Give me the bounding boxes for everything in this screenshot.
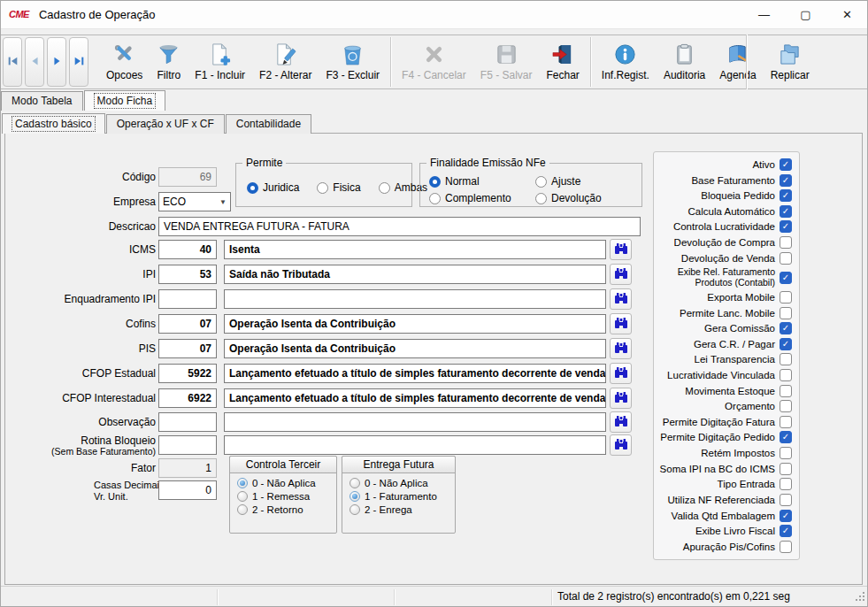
rotina-bloqueio-description-field[interactable] — [224, 435, 606, 455]
observa-o-code-field[interactable] — [158, 412, 217, 432]
toolbar-button-label: F1 - Incluir — [195, 69, 245, 81]
rotina-bloqueio-search-button[interactable] — [610, 434, 632, 456]
checkbox-exporta-mobile[interactable]: Exporta Mobile — [657, 291, 792, 304]
radio-icon — [237, 478, 248, 488]
tab-modo-ficha[interactable]: Modo Ficha — [84, 90, 166, 111]
enquadramento-ipi-description-field[interactable] — [224, 289, 606, 309]
checkbox-bloqueia-pedido[interactable]: Bloqueia Pedido✓ — [657, 189, 792, 202]
cfop-interestadual-description-field[interactable]: Lançamento efetuado a título de simples … — [224, 388, 606, 408]
radio-permite-fisica[interactable]: Fisica — [317, 181, 360, 194]
checkbox-permite-lanc-mobile[interactable]: Permite Lanc. Mobile — [657, 307, 792, 319]
checkbox-ativo[interactable]: Ativo✓ — [657, 158, 792, 171]
cofins-description-field[interactable]: Operação Isenta da Contribuição — [224, 314, 606, 334]
rotina-bloqueio-code-field[interactable] — [158, 435, 217, 455]
cfop-estadual-code-field[interactable]: 5922 — [158, 364, 217, 383]
toolbar-button-inf-regist[interactable]: Inf.Regist. — [595, 36, 657, 88]
checkbox-lucratividade-vinculada[interactable]: Lucratividade Vinculada — [657, 369, 792, 381]
nav-last-button[interactable] — [69, 37, 88, 87]
tab-label: Operação x UF x CF — [117, 118, 214, 130]
tab-modo-tabela[interactable]: Modo Tabela — [1, 91, 83, 111]
checkbox-ret-m-impostos[interactable]: Retém Impostos — [657, 447, 792, 459]
nav-previous-button[interactable] — [25, 37, 44, 87]
radio-entrega-futura-1-faturamento[interactable]: 1 - Faturamento — [342, 490, 455, 503]
info-icon — [613, 42, 637, 66]
toolbar-button-agenda[interactable]: Agenda — [712, 36, 763, 88]
toolbar-button-auditoria[interactable]: Auditoria — [657, 36, 712, 88]
checkbox-devolu-o-de-compra[interactable]: Devolução de Compra — [657, 236, 792, 249]
toolbar-button-opcoes[interactable]: Opcoes — [99, 36, 150, 88]
pis-code-field[interactable]: 07 — [158, 339, 217, 358]
toolbar-button-fechar[interactable]: Fechar — [539, 36, 586, 88]
fator-field: 1 — [158, 458, 217, 478]
nav-next-button[interactable] — [47, 37, 66, 87]
cofins-code-field[interactable]: 07 — [158, 314, 217, 334]
tab-opera-o-x-uf-x-cf[interactable]: Operação x UF x CF — [106, 114, 225, 134]
tab-cadastro-b-sico[interactable]: Cadastro básico — [2, 113, 105, 134]
empresa-select[interactable]: ECO ▼ — [158, 192, 231, 211]
ipi-search-button[interactable] — [610, 264, 632, 285]
close-button[interactable]: ✕ — [826, 0, 868, 28]
radio-entrega-futura-2-enrega[interactable]: 2 - Enrega — [342, 503, 455, 517]
checkbox-or-amento[interactable]: Orçamento — [657, 400, 792, 412]
checkbox-soma-ipi-na-bc-do-icms[interactable]: Soma IPI na BC do ICMS — [657, 463, 792, 475]
checkbox-exibe-rel-faturamento-produtos-contabil[interactable]: Exibe Rel. FaturamentoProdutos (Contabil… — [657, 267, 792, 288]
radio-permite-juridica[interactable]: Juridica — [247, 181, 299, 194]
checkbox-movimenta-estoque[interactable]: Movimenta Estoque — [657, 385, 792, 397]
checkbox-gera-c-r-pagar[interactable]: Gera C.R. / Pagar✓ — [657, 338, 792, 350]
radio-finalidade-devolu-o[interactable]: Devolução — [535, 192, 633, 204]
checkbox-valida-qtd-embalagem[interactable]: Valida Qtd Embalagem✓ — [657, 510, 792, 522]
radio-finalidade-normal[interactable]: Normal — [429, 175, 535, 188]
radio-controla-terceiro-0-n-o-aplica[interactable]: 0 - Não Aplica — [230, 477, 336, 490]
checkbox-controla-lucratividade[interactable]: Controla Lucratividade✓ — [657, 220, 792, 233]
checkbox-permite-digita-o-pedido[interactable]: Permite Digitação Pedido✓ — [657, 431, 792, 443]
nav-first-button[interactable] — [3, 37, 22, 87]
folders-icon — [778, 42, 802, 66]
radio-entrega-futura-0-n-o-aplica[interactable]: 0 - Não Aplica — [342, 477, 455, 490]
checkbox-tipo-entrada[interactable]: Tipo Entrada — [657, 478, 792, 490]
toolbar-button-filtro[interactable]: Filtro — [150, 36, 188, 88]
checkbox-calcula-autom-tico[interactable]: Calcula Automático✓ — [657, 205, 792, 218]
icms-search-button[interactable] — [610, 239, 632, 260]
enquadramento-ipi-code-field[interactable] — [158, 289, 217, 309]
checkbox-devolu-o-de-venda[interactable]: Devolução de Venda — [657, 252, 792, 265]
checkbox-gera-comiss-o[interactable]: Gera Comissão✓ — [657, 322, 792, 334]
checkbox-exibe-livro-fiscal[interactable]: Exibe Livro Fiscal✓ — [657, 525, 792, 537]
radio-finalidade-complemento[interactable]: Complemento — [429, 192, 535, 204]
resize-grip-icon[interactable] — [855, 591, 866, 605]
checkbox-lei-transparencia[interactable]: Lei Transparencia — [657, 353, 792, 365]
radio-finalidade-ajuste[interactable]: Ajuste — [535, 175, 633, 188]
observa-o-description-field[interactable] — [224, 412, 606, 432]
enquadramento-ipi-search-button[interactable] — [610, 288, 632, 310]
checkbox-utiliza-nf-referenciada[interactable]: Utiliza NF Referenciada — [657, 494, 792, 506]
casas-decimais-field[interactable]: 0 — [158, 480, 217, 500]
maximize-button[interactable]: ▢ — [785, 0, 826, 28]
cofins-search-button[interactable] — [610, 313, 632, 334]
radio-controla-terceiro-1-remessa[interactable]: 1 - Remessa — [230, 490, 336, 503]
checkbox-permite-digita-o-fatura[interactable]: Permite Digitação Fatura — [657, 416, 792, 428]
cfop-interestadual-search-button[interactable] — [610, 388, 632, 409]
observa-o-search-button[interactable] — [610, 411, 632, 433]
checkbox-base-faturamento[interactable]: Base Faturamento✓ — [657, 174, 792, 187]
binoculars-icon — [614, 242, 628, 258]
tab-contabilidade[interactable]: Contabilidade — [226, 114, 311, 134]
toolbar-button-f2-alterar[interactable]: F2 - Alterar — [252, 36, 319, 88]
cfop-estadual-description-field[interactable]: Lançamento efetuado a título de simples … — [224, 364, 606, 383]
toolbar-button-replicar[interactable]: Replicar — [764, 36, 817, 88]
cfop-estadual-search-button[interactable] — [610, 363, 632, 384]
icms-code-field[interactable]: 40 — [158, 240, 217, 259]
minimize-button[interactable]: — — [743, 0, 785, 28]
pis-search-button[interactable] — [610, 338, 632, 359]
statusbar-separator — [551, 589, 552, 605]
toolbar-button-f3-excluir[interactable]: F3 - Excluir — [319, 36, 387, 88]
ipi-description-field[interactable]: Saída não Tributada — [224, 265, 606, 284]
cfop-interestadual-code-field[interactable]: 6922 — [158, 388, 217, 408]
icms-description-field[interactable]: Isenta — [224, 240, 606, 259]
ipi-code-field[interactable]: 53 — [158, 265, 217, 284]
toolbar-button-f1-incluir[interactable]: F1 - Incluir — [188, 36, 252, 88]
pis-description-field[interactable]: Operação Isenta da Contribuição — [224, 339, 606, 358]
descricao-field[interactable]: VENDA ENTREGA FUTURA - FATURA — [158, 217, 641, 236]
statusbar-separator — [394, 589, 395, 605]
checkbox-label: Base Faturamento — [691, 175, 775, 186]
radio-controla-terceiro-2-retorno[interactable]: 2 - Retorno — [230, 503, 336, 517]
checkbox-apura-o-pis-cofins[interactable]: Apuração Pis/Cofins — [657, 541, 792, 553]
